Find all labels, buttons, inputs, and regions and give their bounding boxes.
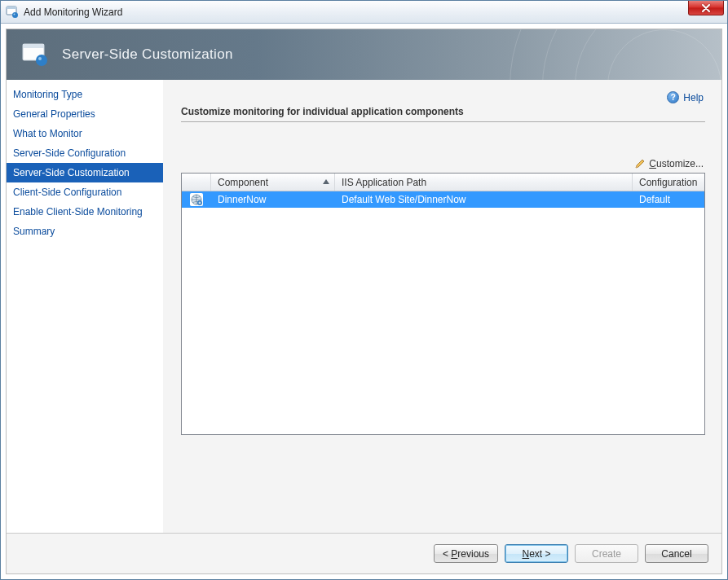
next-button[interactable]: Next > xyxy=(505,544,568,563)
cancel-button[interactable]: Cancel xyxy=(645,544,708,563)
sidebar-item-what-to-monitor[interactable]: What to Monitor xyxy=(7,124,163,143)
titlebar[interactable]: Add Monitoring Wizard xyxy=(1,1,727,24)
table-header: Component IIS Application Path Configura… xyxy=(182,174,704,191)
customize-row: Customize... xyxy=(181,158,705,169)
sidebar-item-client-side-configuration[interactable]: Client-Side Configuration xyxy=(7,182,163,202)
previous-button[interactable]: < Previous xyxy=(434,544,498,563)
svg-rect-1 xyxy=(7,7,16,9)
svg-rect-5 xyxy=(23,44,44,48)
create-button: Create xyxy=(575,544,638,563)
svg-point-2 xyxy=(12,12,18,18)
sidebar-item-enable-client-side-monitoring[interactable]: Enable Client-Side Monitoring xyxy=(7,202,163,222)
web-app-icon xyxy=(190,193,203,206)
customize-link[interactable]: Customize... xyxy=(649,158,704,169)
inner-frame: Server-Side Customization Monitoring Typ… xyxy=(6,29,722,574)
column-iis-path[interactable]: IIS Application Path xyxy=(335,174,633,191)
banner: Server-Side Customization xyxy=(7,29,721,80)
banner-icon xyxy=(21,42,51,67)
button-bar: < Previous Next > Create Cancel xyxy=(7,533,721,573)
column-icon[interactable] xyxy=(182,174,211,191)
section-header: Customize monitoring for individual appl… xyxy=(181,106,705,122)
column-configuration[interactable]: Configuration xyxy=(633,174,704,191)
help-link[interactable]: ? Help xyxy=(667,91,704,103)
sidebar: Monitoring Type General Properties What … xyxy=(7,80,163,533)
app-icon xyxy=(6,6,19,19)
svg-point-6 xyxy=(36,55,47,66)
help-label: Help xyxy=(683,92,704,103)
pencil-icon xyxy=(634,158,646,169)
banner-title: Server-Side Customization xyxy=(62,46,233,63)
sort-ascending-icon xyxy=(323,179,329,184)
sidebar-item-summary[interactable]: Summary xyxy=(7,222,163,241)
close-button[interactable] xyxy=(688,1,724,15)
components-table: Component IIS Application Path Configura… xyxy=(181,173,705,435)
svg-point-3 xyxy=(14,13,15,15)
cell-configuration: Default xyxy=(633,194,704,205)
cell-iis-path: Default Web Site/DinnerNow xyxy=(335,194,633,205)
sidebar-item-general-properties[interactable]: General Properties xyxy=(7,104,163,124)
svg-point-7 xyxy=(38,57,42,60)
cell-component: DinnerNow xyxy=(211,194,335,205)
column-component[interactable]: Component xyxy=(211,174,335,191)
sidebar-item-server-side-configuration[interactable]: Server-Side Configuration xyxy=(7,143,163,163)
body-area: Monitoring Type General Properties What … xyxy=(7,80,721,533)
sidebar-item-server-side-customization[interactable]: Server-Side Customization xyxy=(7,163,163,182)
row-icon-cell xyxy=(182,193,211,206)
content-panel: ? Help Customize monitoring for individu… xyxy=(163,80,721,533)
wizard-window: Add Monitoring Wizard Server-Side Custom… xyxy=(0,0,728,580)
column-component-label: Component xyxy=(218,177,268,188)
table-row[interactable]: DinnerNow Default Web Site/DinnerNow Def… xyxy=(182,191,704,208)
sidebar-item-monitoring-type[interactable]: Monitoring Type xyxy=(7,85,163,104)
help-icon: ? xyxy=(667,91,679,103)
window-title: Add Monitoring Wizard xyxy=(24,7,122,18)
